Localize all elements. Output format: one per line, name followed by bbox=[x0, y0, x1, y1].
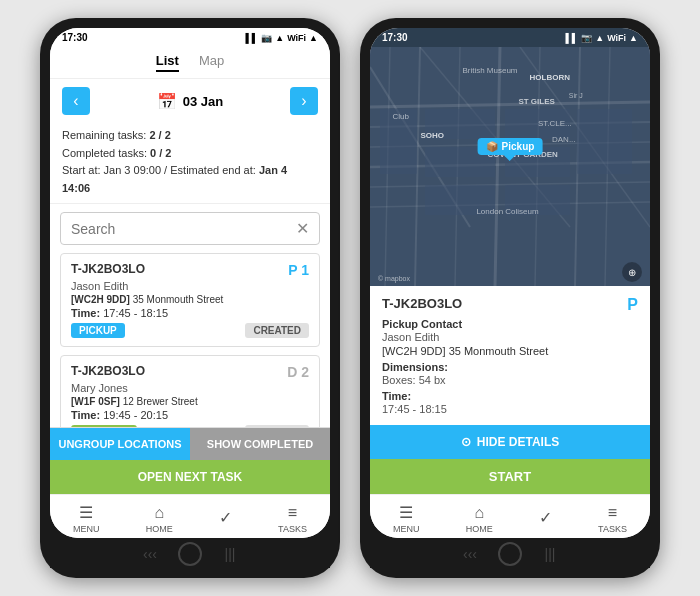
pickup-marker-label: Pickup bbox=[502, 141, 535, 152]
pickup-marker-icon: 📦 bbox=[486, 141, 498, 152]
left-time: 17:30 bbox=[62, 32, 88, 43]
nav-tabs: List Map bbox=[50, 47, 330, 79]
right-phone: 17:30 ▌▌ 📷 ▲ WiFi ▲ bbox=[360, 18, 660, 578]
task-header-1: T-JK2BO3LO P 1 bbox=[71, 262, 309, 278]
compass-icon: ⊕ bbox=[622, 262, 642, 282]
task-time-1: Time: 17:45 - 18:15 bbox=[71, 307, 309, 319]
prev-date-button[interactable]: ‹ bbox=[62, 87, 90, 115]
home-label: HOME bbox=[146, 524, 173, 534]
date-navigator: ‹ 📅 03 Jan › bbox=[50, 79, 330, 123]
home-button[interactable] bbox=[178, 542, 202, 566]
menu-label: MENU bbox=[73, 524, 100, 534]
right-tasks-icon: ≡ bbox=[608, 504, 617, 522]
right-bottom-nav: ☰ MENU ⌂ HOME ✓ ≡ TASKS bbox=[370, 494, 650, 538]
status-badge-1: CREATED bbox=[245, 323, 309, 338]
right-nav-check[interactable]: ✓ bbox=[539, 508, 552, 529]
contact-label: Pickup Contact bbox=[382, 318, 638, 330]
task-address-1: [WC2H 9DD] 35 Monmouth Street bbox=[71, 294, 309, 305]
search-input[interactable] bbox=[71, 221, 296, 237]
recents-button[interactable]: ||| bbox=[218, 542, 242, 566]
right-nav-tasks[interactable]: ≡ TASKS bbox=[598, 504, 627, 534]
remaining-tasks: Remaining tasks: 2 / 2 bbox=[62, 127, 318, 145]
right-nav-home[interactable]: ⌂ HOME bbox=[466, 504, 493, 534]
tab-list[interactable]: List bbox=[156, 53, 179, 72]
right-menu-label: MENU bbox=[393, 524, 420, 534]
nav-menu[interactable]: ☰ MENU bbox=[73, 503, 100, 534]
nav-tasks[interactable]: ≡ TASKS bbox=[278, 504, 307, 534]
tasks-label: TASKS bbox=[278, 524, 307, 534]
nav-check[interactable]: ✓ bbox=[219, 508, 232, 529]
right-status-icons: ▌▌ 📷 ▲ WiFi ▲ bbox=[565, 33, 638, 43]
right-recents-button[interactable]: ||| bbox=[538, 542, 562, 566]
map-label-british-museum: British Museum bbox=[462, 66, 517, 75]
start-button[interactable]: START bbox=[370, 459, 650, 494]
right-check-icon: ✓ bbox=[539, 508, 552, 527]
right-status-bar: 17:30 ▌▌ 📷 ▲ WiFi ▲ bbox=[370, 28, 650, 47]
left-screen: 17:30 ▌▌ 📷 ▲ WiFi ▲ List Map ‹ 📅 03 Jan … bbox=[50, 28, 330, 538]
open-next-task-button[interactable]: OPEN NEXT TASK bbox=[50, 460, 330, 494]
completed-tasks: Completed tasks: 0 / 2 bbox=[62, 145, 318, 163]
right-home-label: HOME bbox=[466, 524, 493, 534]
type-badge-1: PICKUP bbox=[71, 323, 125, 338]
map-label-st-giles: ST GILES bbox=[518, 97, 554, 106]
contact-name: Jason Edith bbox=[382, 331, 638, 343]
map-label-club: Club bbox=[392, 112, 408, 121]
detail-postcode: [WC2H 9DD] bbox=[382, 345, 446, 357]
hide-details-label: HIDE DETAILS bbox=[477, 435, 559, 449]
task-header-2: T-JK2BO3LO D 2 bbox=[71, 364, 309, 380]
time-value: 17:45 - 18:15 bbox=[382, 403, 638, 415]
detail-priority: P bbox=[627, 296, 638, 314]
tasks-icon: ≡ bbox=[288, 504, 297, 522]
next-date-button[interactable]: › bbox=[290, 87, 318, 115]
map-label-holborn: HOLBORN bbox=[530, 73, 570, 82]
ungroup-locations-button[interactable]: UNGROUP LOCATIONS bbox=[50, 428, 190, 460]
tab-map[interactable]: Map bbox=[199, 53, 224, 72]
pickup-marker: 📦 Pickup bbox=[478, 138, 543, 155]
nav-home[interactable]: ⌂ HOME bbox=[146, 504, 173, 534]
task-time-2: Time: 19:45 - 20:15 bbox=[71, 409, 309, 421]
svg-rect-22 bbox=[577, 109, 632, 174]
task-street-2: 12 Brewer Street bbox=[123, 396, 198, 407]
schedule-info: Start at: Jan 3 09:00 / Estimated end at… bbox=[62, 162, 318, 197]
dimensions-label: Dimensions: bbox=[382, 361, 638, 373]
left-home-bar: ‹‹‹ ||| bbox=[50, 538, 330, 568]
left-phone: 17:30 ▌▌ 📷 ▲ WiFi ▲ List Map ‹ 📅 03 Jan … bbox=[40, 18, 340, 578]
right-home-button[interactable] bbox=[498, 542, 522, 566]
back-button[interactable]: ‹‹‹ bbox=[138, 542, 162, 566]
task-priority-2: D 2 bbox=[287, 364, 309, 380]
right-home-bar: ‹‹‹ ||| bbox=[370, 538, 650, 568]
calendar-icon: 📅 bbox=[157, 92, 177, 111]
map-label-dan: DAN... bbox=[552, 135, 576, 144]
right-home-icon: ⌂ bbox=[474, 504, 484, 522]
task-postcode-2: [W1F 0SF] bbox=[71, 396, 120, 407]
dimensions-value: Boxes: 54 bx bbox=[382, 374, 638, 386]
search-bar[interactable]: ✕ bbox=[60, 212, 320, 245]
time-label-1: Time: bbox=[71, 307, 100, 319]
bottom-actions: UNGROUP LOCATIONS SHOW COMPLETED bbox=[50, 427, 330, 460]
right-screen: 17:30 ▌▌ 📷 ▲ WiFi ▲ bbox=[370, 28, 650, 538]
right-menu-icon: ☰ bbox=[399, 503, 413, 522]
clear-search-icon[interactable]: ✕ bbox=[296, 219, 309, 238]
task-priority-1: P 1 bbox=[288, 262, 309, 278]
task-card-2[interactable]: T-JK2BO3LO D 2 Mary Jones [W1F 0SF] 12 B… bbox=[60, 355, 320, 427]
right-back-button[interactable]: ‹‹‹ bbox=[458, 542, 482, 566]
time-label: Time: bbox=[382, 390, 638, 402]
date-display: 📅 03 Jan bbox=[157, 92, 223, 111]
right-time: 17:30 bbox=[382, 32, 408, 43]
detail-task-id: T-JK2BO3LO bbox=[382, 296, 462, 311]
check-icon: ✓ bbox=[219, 508, 232, 527]
time-value-2: 19:45 - 20:15 bbox=[103, 409, 168, 421]
left-status-bar: 17:30 ▌▌ 📷 ▲ WiFi ▲ bbox=[50, 28, 330, 47]
time-label-2: Time: bbox=[71, 409, 100, 421]
mapbox-credit: © mapbox bbox=[378, 275, 410, 282]
task-name-1: Jason Edith bbox=[71, 280, 309, 292]
show-completed-button[interactable]: SHOW COMPLETED bbox=[190, 428, 330, 460]
task-summary: Remaining tasks: 2 / 2 Completed tasks: … bbox=[50, 123, 330, 204]
map-label-london-coliseum: London Coliseum bbox=[476, 207, 538, 216]
task-card-1[interactable]: T-JK2BO3LO P 1 Jason Edith [WC2H 9DD] 35… bbox=[60, 253, 320, 347]
right-nav-menu[interactable]: ☰ MENU bbox=[393, 503, 420, 534]
hide-details-button[interactable]: ⊙ HIDE DETAILS bbox=[370, 425, 650, 459]
task-badges-1: PICKUP CREATED bbox=[71, 323, 309, 338]
map-view[interactable]: British Museum HOLBORN ST GILES SOHO Clu… bbox=[370, 47, 650, 286]
map-label-sir-j: Sir J bbox=[569, 92, 583, 99]
